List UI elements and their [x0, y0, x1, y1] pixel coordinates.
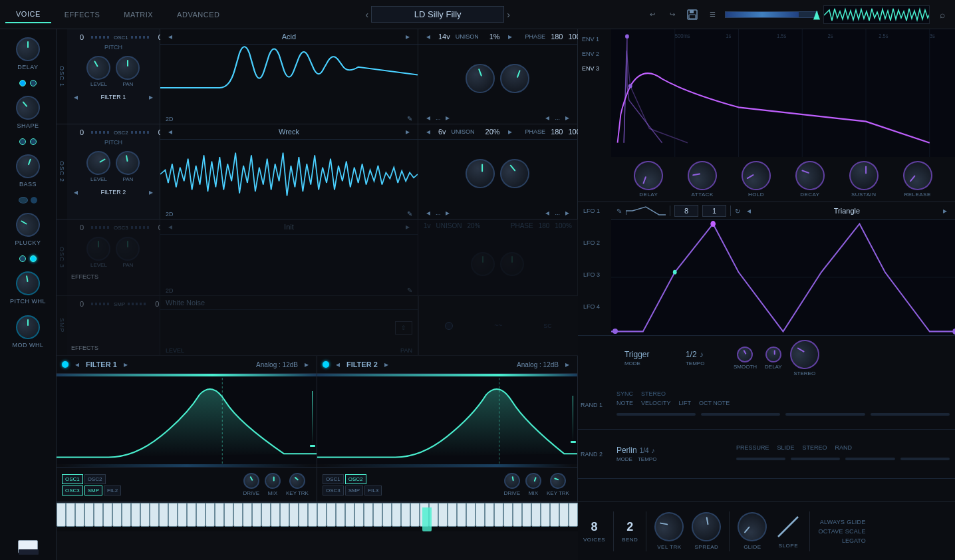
filter1-smp-btn[interactable]: SMP [84, 486, 102, 495]
osc1-pan-knob[interactable] [116, 56, 140, 80]
legato-btn[interactable]: LEGATO [842, 537, 866, 544]
piano-white-key-8[interactable] [131, 503, 140, 527]
piano-white-key-17[interactable] [215, 503, 224, 527]
rand1-note-bar[interactable] [616, 413, 696, 416]
rand1-stereo-tag[interactable]: STEREO [641, 390, 666, 397]
filter2-osc3-btn[interactable]: OSC3 [323, 486, 344, 495]
filter1-res-slider[interactable] [311, 374, 314, 464]
smp-pitch-dots[interactable] [91, 303, 111, 305]
piano-white-key-51[interactable] [531, 503, 541, 527]
osc3-level-knob[interactable] [86, 237, 110, 261]
env-delay-knob[interactable] [628, 155, 669, 196]
osc1-pitch-dots2[interactable] [131, 36, 151, 39]
filter1-osc2-btn[interactable]: OSC2 [84, 474, 106, 484]
filter2-power[interactable] [323, 361, 329, 368]
osc3-wave-next[interactable]: ▸ [403, 222, 412, 231]
piano-white-key-15[interactable] [196, 503, 205, 527]
piano-white-key-43[interactable] [457, 503, 466, 527]
env-sustain-knob[interactable] [845, 157, 883, 194]
env2-tab[interactable]: ENV 2 [581, 49, 609, 59]
filter1-drive-knob[interactable] [243, 473, 259, 489]
osc1-unison-knob1[interactable] [466, 64, 495, 93]
piano-white-key-5[interactable] [103, 503, 112, 527]
octave-scale-btn[interactable]: OCTAVE SCALE [818, 528, 865, 535]
piano-white-key-26[interactable] [299, 503, 308, 527]
rand1-vel-bar[interactable] [701, 413, 780, 416]
filter2-next[interactable]: ▸ [382, 360, 391, 369]
env3-tab[interactable]: ENV 3 [581, 64, 609, 73]
osc2-edit-icon[interactable]: ✎ [407, 210, 412, 217]
filter2-res-slider[interactable] [572, 374, 575, 464]
env-hold-knob[interactable] [740, 159, 773, 193]
osc2-unison-prev[interactable]: ◂ [424, 127, 433, 136]
lfo2-label[interactable]: LFO 2 [581, 237, 614, 249]
piano-white-key-25[interactable] [289, 503, 299, 527]
piano-white-key-22[interactable] [261, 503, 271, 527]
piano-white-key-6[interactable] [112, 503, 122, 527]
piano-white-key-34[interactable] [373, 503, 382, 527]
osc2-phase-prev[interactable]: ◂ [424, 208, 433, 217]
sidebar-dot-5[interactable] [19, 255, 26, 262]
osc2-filter-next[interactable]: ▸ [146, 188, 156, 197]
lfo1-sync-icon[interactable]: ↻ [735, 208, 740, 215]
osc2-unison-knob1[interactable] [462, 154, 499, 192]
osc2-pitch-dots2[interactable] [131, 131, 151, 134]
osc2-filter-prev[interactable]: ◂ [71, 188, 80, 197]
piano-white-key-12[interactable] [168, 503, 178, 527]
piano-white-key-54[interactable] [559, 503, 569, 527]
lfo1-handle-start[interactable] [613, 329, 618, 334]
rand1-sync-tag[interactable]: SYNC [616, 390, 633, 397]
filter1-power[interactable] [62, 361, 68, 368]
osc2-pitch-dots[interactable] [91, 131, 111, 134]
piano-white-key-52[interactable] [541, 503, 550, 527]
tab-voice[interactable]: VOICE [5, 6, 51, 23]
piano-white-key-47[interactable] [494, 503, 503, 527]
piano-white-key-41[interactable] [438, 503, 448, 527]
rand1-lift-bar[interactable] [785, 413, 865, 416]
smp-pitch-dots2[interactable] [128, 303, 148, 305]
osc1-filter-next[interactable]: ▸ [146, 92, 156, 102]
filter1-osc1-btn[interactable]: OSC1 [62, 474, 83, 484]
lfo4-delay-knob[interactable] [762, 344, 784, 366]
piano-white-key-55[interactable] [569, 503, 578, 527]
osc3-pitch-dots2[interactable] [131, 226, 151, 229]
rand2-stereo-bar[interactable] [845, 458, 894, 460]
filter1-slider[interactable] [57, 374, 317, 376]
shape-knob[interactable] [11, 91, 45, 125]
veltrk-knob[interactable] [649, 507, 689, 547]
piano-white-key-3[interactable] [84, 503, 94, 527]
piano-white-key-31[interactable] [345, 503, 354, 527]
osc3-edit-icon[interactable]: ✎ [407, 287, 412, 294]
piano-white-key-37[interactable] [401, 503, 410, 527]
filter2-drive-knob[interactable] [501, 471, 522, 491]
env-release-knob[interactable] [898, 156, 938, 196]
delay-knob[interactable] [16, 37, 40, 61]
piano-white-key-11[interactable] [159, 503, 168, 527]
filter2-osc2-btn[interactable]: OSC2 [345, 474, 366, 484]
osc2-phase2-next[interactable]: ▸ [563, 208, 572, 217]
filter1-prev[interactable]: ◂ [72, 360, 82, 369]
osc2-wave-next[interactable]: ▸ [403, 127, 412, 136]
lfo1-type-prev[interactable]: ◂ [744, 206, 753, 215]
osc1-level-knob[interactable] [82, 51, 115, 84]
piano-white-key-23[interactable] [271, 503, 280, 527]
piano-white-key-24[interactable] [280, 503, 289, 527]
rand2-pressure-bar[interactable] [736, 458, 785, 460]
lfo4-label[interactable]: LFO 4 [581, 301, 614, 313]
osc3-unison-knob2[interactable] [500, 252, 524, 276]
piano-white-key-2[interactable] [75, 503, 84, 527]
filter1-fil2-btn[interactable]: FIL2 [104, 486, 121, 495]
lfo1-smooth-input[interactable]: 1 [702, 205, 726, 217]
filter2-keytrk-knob[interactable] [547, 470, 569, 492]
filter2-mix-knob[interactable] [522, 470, 545, 492]
osc1-unison-prev[interactable]: ◂ [424, 32, 433, 41]
piano-white-key-10[interactable] [150, 503, 159, 527]
glide-knob[interactable] [732, 507, 772, 547]
piano-white-key-1[interactable] [66, 503, 75, 527]
osc2-phase-next[interactable]: ▸ [443, 208, 452, 217]
piano-white-key-35[interactable] [382, 503, 392, 527]
filter2-fil3-btn[interactable]: FIL3 [364, 486, 382, 495]
piano-white-key-28[interactable] [317, 503, 327, 527]
piano-white-key-18[interactable] [224, 503, 233, 527]
redo-icon[interactable]: ↪ [665, 7, 680, 22]
